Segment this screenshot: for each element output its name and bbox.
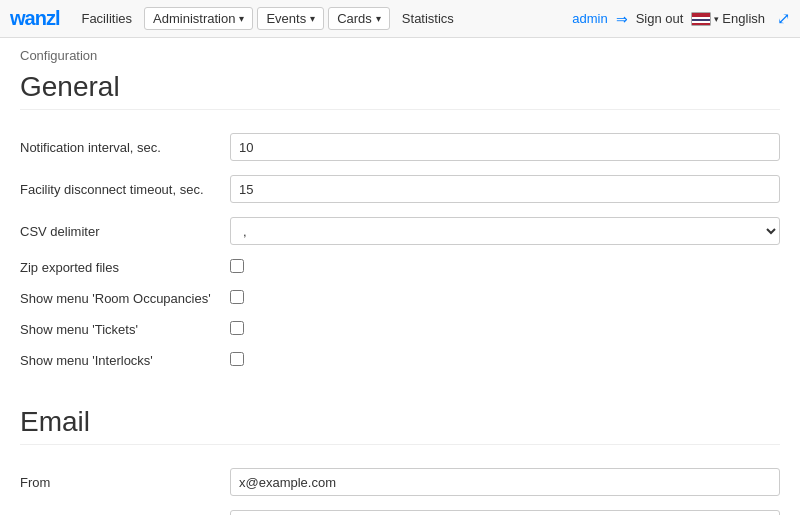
nav-events[interactable]: Events ▾: [257, 7, 324, 30]
nav-events-label: Events: [266, 11, 306, 26]
field-label: CSV delimiter: [20, 210, 230, 252]
field-label: Show menu 'Room Occupancies': [20, 283, 230, 314]
sign-out-icon: ⇒: [616, 11, 628, 27]
field-menu-interlocks: Show menu 'Interlocks': [20, 345, 780, 376]
field-label: Facility disconnect timeout, sec.: [20, 168, 230, 210]
nav-statistics[interactable]: Statistics: [394, 7, 462, 30]
general-form: Notification interval, sec. Facility dis…: [20, 126, 780, 376]
email-section-title: Email: [20, 406, 780, 445]
nav-facilities[interactable]: Facilities: [73, 7, 140, 30]
field-menu-tickets: Show menu 'Tickets': [20, 314, 780, 345]
field-hostname: Hostname: [20, 503, 780, 515]
chevron-down-icon: ▾: [310, 13, 315, 24]
general-section-title: General: [20, 71, 780, 110]
field-label: Show menu 'Interlocks': [20, 345, 230, 376]
nav-right: admin ⇒ Sign out ▾ English ⤢: [572, 9, 790, 28]
language-label: English: [722, 11, 765, 26]
breadcrumb: Configuration: [20, 48, 780, 63]
field-label: Zip exported files: [20, 252, 230, 283]
field-label: Notification interval, sec.: [20, 126, 230, 168]
signout-link[interactable]: Sign out: [636, 11, 684, 26]
field-csv-delimiter: CSV delimiter , ; | tab: [20, 210, 780, 252]
navbar: wanzl Facilities Administration ▾ Events…: [0, 0, 800, 38]
chevron-down-icon: ▾: [239, 13, 244, 24]
page-content: Configuration General Notification inter…: [0, 38, 800, 515]
nav-cards-label: Cards: [337, 11, 372, 26]
field-from: From: [20, 461, 780, 503]
email-form: From Hostname Port: [20, 461, 780, 515]
menu-room-occupancies-checkbox[interactable]: [230, 290, 244, 304]
admin-link[interactable]: admin: [572, 11, 607, 26]
brand-logo: wanzl: [10, 7, 59, 30]
expand-icon[interactable]: ⤢: [777, 9, 790, 28]
zip-exported-checkbox[interactable]: [230, 259, 244, 273]
language-dropdown-icon: ▾: [714, 14, 719, 24]
facility-disconnect-input[interactable]: [230, 175, 780, 203]
field-facility-disconnect: Facility disconnect timeout, sec.: [20, 168, 780, 210]
from-input[interactable]: [230, 468, 780, 496]
notification-interval-input[interactable]: [230, 133, 780, 161]
hostname-input[interactable]: [230, 510, 780, 515]
chevron-down-icon: ▾: [376, 13, 381, 24]
menu-tickets-checkbox[interactable]: [230, 321, 244, 335]
language-selector[interactable]: ▾ English: [691, 11, 765, 26]
csv-delimiter-select[interactable]: , ; | tab: [230, 217, 780, 245]
field-notification-interval: Notification interval, sec.: [20, 126, 780, 168]
flag-icon: [691, 12, 711, 26]
field-zip-exported: Zip exported files: [20, 252, 780, 283]
nav-administration[interactable]: Administration ▾: [144, 7, 253, 30]
field-label: From: [20, 461, 230, 503]
field-label: Hostname: [20, 503, 230, 515]
nav-cards[interactable]: Cards ▾: [328, 7, 390, 30]
field-menu-room-occupancies: Show menu 'Room Occupancies': [20, 283, 780, 314]
field-label: Show menu 'Tickets': [20, 314, 230, 345]
nav-administration-label: Administration: [153, 11, 235, 26]
menu-interlocks-checkbox[interactable]: [230, 352, 244, 366]
